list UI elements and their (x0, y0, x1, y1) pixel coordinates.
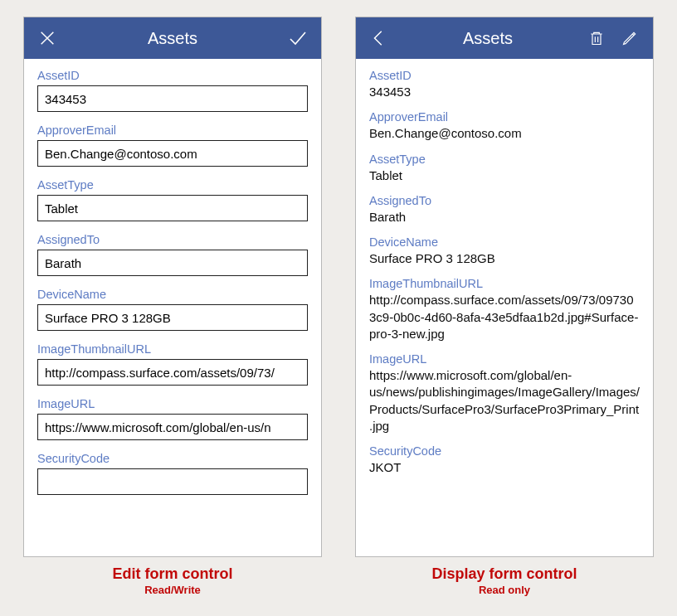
field-device-name: DeviceName (37, 288, 308, 331)
edit-icon[interactable] (618, 27, 641, 50)
assigned-to-value: Barath (369, 209, 640, 226)
caption-title: Display form control (431, 565, 577, 584)
image-thumbnail-url-input[interactable] (37, 359, 308, 386)
assigned-to-input[interactable] (37, 250, 308, 276)
asset-id-value: 343453 (369, 84, 640, 100)
field-asset-type: AssetType Tablet (369, 153, 640, 184)
field-label: AssignedTo (37, 233, 308, 246)
display-form-screen: Assets AssetID 343453 ApproverEmail Ben.… (355, 17, 654, 557)
field-label: ApproverEmail (369, 110, 640, 124)
delete-icon[interactable] (585, 27, 608, 50)
field-approver-email: ApproverEmail (37, 124, 308, 167)
device-name-input[interactable] (37, 304, 308, 331)
image-url-input[interactable] (37, 414, 308, 440)
edit-form-titlebar: Assets (24, 17, 321, 59)
field-asset-type: AssetType (37, 178, 308, 221)
field-label: AssetID (37, 69, 308, 82)
field-asset-id: AssetID (37, 69, 308, 112)
back-icon[interactable] (368, 27, 391, 50)
field-security-code: SecurityCode (37, 452, 308, 495)
caption-subtitle: Read only (431, 584, 577, 598)
field-label: ImageThumbnailURL (369, 277, 640, 290)
display-form-body: AssetID 343453 ApproverEmail Ben.Change@… (356, 59, 653, 556)
field-image-thumbnail-url: ImageThumbnailURL (37, 342, 308, 386)
field-label: ApproverEmail (37, 124, 308, 137)
field-label: AssetType (369, 153, 640, 166)
asset-type-input[interactable] (37, 195, 308, 221)
security-code-input[interactable] (37, 468, 308, 495)
image-thumbnail-url-value: http://compass.surface.com/assets/09/73/… (369, 292, 640, 342)
caption-subtitle: Read/Write (113, 584, 233, 598)
field-label: DeviceName (369, 235, 640, 249)
field-label: ImageURL (37, 397, 308, 410)
edit-form-title: Assets (59, 29, 286, 48)
field-image-thumbnail-url: ImageThumbnailURL http://compass.surface… (369, 277, 640, 342)
submit-icon[interactable] (286, 27, 309, 50)
field-label: AssignedTo (369, 194, 640, 207)
field-label: SecurityCode (37, 452, 308, 465)
close-icon[interactable] (36, 27, 59, 50)
field-device-name: DeviceName Surface PRO 3 128GB (369, 235, 640, 267)
edit-form-screen: Assets AssetID ApproverEmail AssetType A… (23, 17, 322, 557)
field-assigned-to: AssignedTo (37, 233, 308, 276)
field-asset-id: AssetID 343453 (369, 69, 640, 100)
field-label: ImageThumbnailURL (37, 342, 308, 356)
edit-form-caption: Edit form control Read/Write (113, 565, 233, 597)
device-name-value: Surface PRO 3 128GB (369, 250, 640, 267)
field-image-url: ImageURL (37, 397, 308, 440)
field-label: AssetID (369, 69, 640, 82)
image-url-value: https://www.microsoft.com/global/en-us/n… (369, 367, 640, 434)
display-form-panel: Assets AssetID 343453 ApproverEmail Ben.… (355, 17, 654, 597)
field-label: AssetType (37, 178, 308, 192)
security-code-value: JKOT (369, 459, 640, 476)
edit-form-panel: Assets AssetID ApproverEmail AssetType A… (23, 17, 322, 597)
display-form-caption: Display form control Read only (431, 565, 577, 597)
field-image-url: ImageURL https://www.microsoft.com/globa… (369, 352, 640, 434)
field-security-code: SecurityCode JKOT (369, 444, 640, 476)
display-form-titlebar: Assets (356, 17, 653, 59)
approver-email-value: Ben.Change@contoso.com (369, 125, 640, 142)
field-approver-email: ApproverEmail Ben.Change@contoso.com (369, 110, 640, 142)
asset-id-input[interactable] (37, 85, 308, 112)
display-form-title: Assets (391, 29, 585, 48)
field-label: SecurityCode (369, 444, 640, 458)
field-label: DeviceName (37, 288, 308, 301)
asset-type-value: Tablet (369, 167, 640, 184)
field-assigned-to: AssignedTo Barath (369, 194, 640, 226)
edit-form-body: AssetID ApproverEmail AssetType Assigned… (24, 59, 321, 556)
field-label: ImageURL (369, 352, 640, 366)
caption-title: Edit form control (113, 565, 233, 584)
approver-email-input[interactable] (37, 140, 308, 167)
